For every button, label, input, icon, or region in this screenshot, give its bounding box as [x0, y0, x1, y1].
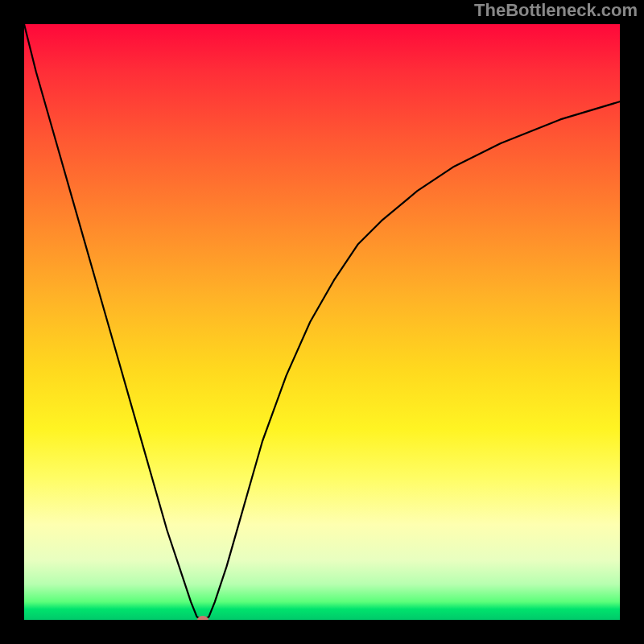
- bottleneck-curve-path: [24, 24, 620, 620]
- plot-area: [24, 24, 620, 620]
- figure-frame: TheBottleneck.com: [0, 0, 644, 644]
- curve-svg: [24, 24, 620, 620]
- minimum-marker-dot: [197, 616, 208, 620]
- watermark-label: TheBottleneck.com: [474, 0, 638, 21]
